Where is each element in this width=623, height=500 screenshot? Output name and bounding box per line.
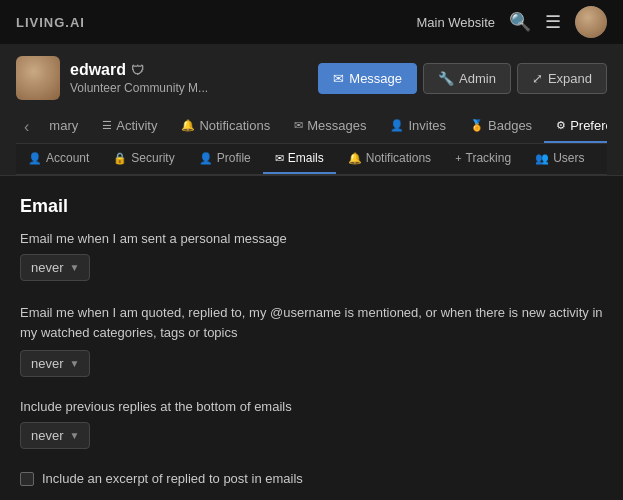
tab-primary-invites[interactable]: 👤 Invites bbox=[378, 110, 458, 143]
profile-subtitle: Volunteer Community M... bbox=[70, 81, 208, 95]
messages-icon: ✉ bbox=[294, 119, 303, 132]
users-icon: 👥 bbox=[535, 152, 549, 165]
message-button[interactable]: ✉ Message bbox=[318, 63, 417, 94]
primary-tab-left-arrow[interactable]: ‹ bbox=[16, 112, 37, 142]
account-icon: 👤 bbox=[28, 152, 42, 165]
preferences-icon: ⚙ bbox=[556, 119, 566, 132]
logo: LIVING.AI bbox=[16, 15, 85, 30]
field-previous-replies: Include previous replies at the bottom o… bbox=[20, 399, 603, 467]
top-nav-right: Main Website 🔍 ☰ bbox=[416, 6, 607, 38]
invites-icon: 👤 bbox=[390, 119, 404, 132]
trust-shield-icon: 🛡 bbox=[131, 63, 144, 78]
tab-primary-activity[interactable]: ☰ Activity bbox=[90, 110, 169, 143]
tab-secondary-notifications[interactable]: 🔔 Notifications bbox=[336, 144, 443, 174]
field2-select[interactable]: never ▼ bbox=[20, 350, 90, 377]
message-icon: ✉ bbox=[333, 71, 344, 86]
security-icon: 🔒 bbox=[113, 152, 127, 165]
profile-actions: ✉ Message 🔧 Admin ⤢ Expand bbox=[318, 63, 607, 94]
expand-button[interactable]: ⤢ Expand bbox=[517, 63, 607, 94]
field1-label: Email me when I am sent a personal messa… bbox=[20, 231, 603, 246]
emails-icon: ✉ bbox=[275, 152, 284, 165]
profile-top-row: edward 🛡 Volunteer Community M... ✉ Mess… bbox=[16, 56, 607, 100]
tab-secondary-profile[interactable]: 👤 Profile bbox=[187, 144, 263, 174]
sec-notifications-icon: 🔔 bbox=[348, 152, 362, 165]
tab-secondary-account[interactable]: 👤 Account bbox=[16, 144, 101, 174]
field-quoted-replied: Email me when I am quoted, replied to, m… bbox=[20, 303, 603, 395]
tab-primary-badges[interactable]: 🏅 Badges bbox=[458, 110, 544, 143]
section-title: Email bbox=[20, 196, 603, 217]
chevron-down-icon: ▼ bbox=[70, 262, 80, 273]
badges-icon: 🏅 bbox=[470, 119, 484, 132]
tab-secondary-users[interactable]: 👥 Users bbox=[523, 144, 596, 174]
excerpt-checkbox[interactable] bbox=[20, 472, 34, 486]
excerpt-checkbox-label: Include an excerpt of replied to post in… bbox=[42, 471, 303, 486]
secondary-tab-row: 👤 Account 🔒 Security 👤 Profile ✉ Emails … bbox=[16, 144, 607, 175]
main-content: Email Email me when I am sent a personal… bbox=[0, 176, 623, 500]
profile-name: edward 🛡 bbox=[70, 61, 208, 79]
top-nav: LIVING.AI Main Website 🔍 ☰ bbox=[0, 0, 623, 44]
user-avatar[interactable] bbox=[575, 6, 607, 38]
field2-label: Email me when I am quoted, replied to, m… bbox=[20, 303, 603, 342]
profile-header: edward 🛡 Volunteer Community M... ✉ Mess… bbox=[0, 44, 623, 176]
profile-name-block: edward 🛡 Volunteer Community M... bbox=[70, 61, 208, 95]
profile-icon: 👤 bbox=[199, 152, 213, 165]
tab-primary-preferences[interactable]: ⚙ Preferences bbox=[544, 110, 607, 143]
profile-avatar bbox=[16, 56, 60, 100]
menu-icon[interactable]: ☰ bbox=[545, 11, 561, 33]
main-website-link[interactable]: Main Website bbox=[416, 15, 495, 30]
tracking-icon: + bbox=[455, 152, 461, 164]
admin-icon: 🔧 bbox=[438, 71, 454, 86]
field3-select[interactable]: never ▼ bbox=[20, 422, 90, 449]
expand-icon: ⤢ bbox=[532, 71, 543, 86]
tab-secondary-security[interactable]: 🔒 Security bbox=[101, 144, 186, 174]
chevron-down-icon-3: ▼ bbox=[70, 430, 80, 441]
admin-button[interactable]: 🔧 Admin bbox=[423, 63, 511, 94]
notifications-bell-icon: 🔔 bbox=[181, 119, 195, 132]
field-personal-message: Email me when I am sent a personal messa… bbox=[20, 231, 603, 299]
field3-label: Include previous replies at the bottom o… bbox=[20, 399, 603, 414]
tab-secondary-emails[interactable]: ✉ Emails bbox=[263, 144, 336, 174]
chevron-down-icon-2: ▼ bbox=[70, 358, 80, 369]
tab-primary-messages[interactable]: ✉ Messages bbox=[282, 110, 378, 143]
tab-primary-notifications[interactable]: 🔔 Notifications bbox=[169, 110, 282, 143]
profile-info: edward 🛡 Volunteer Community M... bbox=[16, 56, 208, 100]
tab-primary-mary[interactable]: mary bbox=[37, 110, 90, 143]
tab-secondary-interface[interactable]: 🖥 Interface bbox=[596, 144, 607, 174]
activity-icon: ☰ bbox=[102, 119, 112, 132]
primary-tab-row: ‹ mary ☰ Activity 🔔 Notifications ✉ Mess… bbox=[16, 110, 607, 144]
checkbox-excerpt[interactable]: Include an excerpt of replied to post in… bbox=[20, 471, 603, 486]
field1-select[interactable]: never ▼ bbox=[20, 254, 90, 281]
tab-secondary-tracking[interactable]: + Tracking bbox=[443, 144, 523, 174]
search-icon[interactable]: 🔍 bbox=[509, 11, 531, 33]
